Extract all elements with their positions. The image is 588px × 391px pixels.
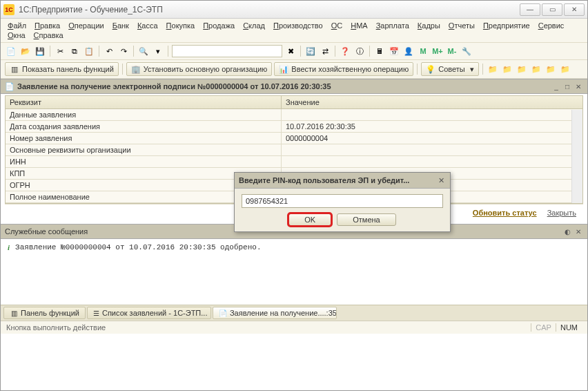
menu-Операции[interactable]: Операции — [68, 21, 104, 30]
menu-Справка[interactable]: Справка — [34, 31, 63, 39]
panel-icon: ▥ — [10, 64, 19, 74]
search-clear-icon[interactable]: ✖ — [284, 45, 297, 57]
cut-icon[interactable]: ✂ — [54, 45, 66, 57]
update-status-link[interactable]: Обновить статус — [473, 209, 537, 217]
ext5-icon[interactable]: 📁 — [545, 63, 557, 75]
document-header: 📄 Заявление на получение электронной под… — [1, 79, 587, 94]
menu-Склад[interactable]: Склад — [243, 21, 265, 30]
close-button[interactable]: ✕ — [564, 3, 585, 16]
mplus-icon[interactable]: M+ — [431, 45, 444, 57]
app-icon: 1C — [3, 4, 14, 15]
paste-icon[interactable]: 📋 — [83, 45, 95, 57]
menu-Продажа[interactable]: Продажа — [203, 21, 235, 30]
calendar-icon[interactable]: 📅 — [388, 45, 400, 57]
copy-icon[interactable]: ⧉ — [68, 45, 81, 57]
undo-icon[interactable]: ↶ — [103, 45, 115, 57]
messages-pin-button[interactable]: ◐ — [562, 227, 572, 236]
messages-close-button[interactable]: ✕ — [574, 227, 583, 236]
user-icon[interactable]: 👤 — [402, 45, 415, 57]
doc-max-button[interactable]: □ — [562, 82, 572, 91]
redo-icon[interactable]: ↷ — [117, 45, 130, 57]
tab-doc[interactable]: 📄Заявление на получение....:35 — [213, 307, 337, 319]
table-row[interactable]: Номер заявления0000000004 — [6, 133, 582, 144]
tabbar: ▥Панель функций ☰Список заявлений - 1С-Э… — [1, 305, 587, 321]
dialog-title: Введите PIN-код пользователя ЭП и убедит… — [239, 176, 436, 184]
mminus-icon[interactable]: M- — [446, 45, 458, 57]
table-row[interactable]: Основные реквизиты организации — [6, 144, 582, 156]
menu-Окна[interactable]: Окна — [8, 31, 26, 39]
menu-Кадры[interactable]: Кадры — [418, 21, 440, 30]
search-input[interactable] — [172, 45, 282, 57]
menu-Касса[interactable]: Касса — [137, 21, 158, 30]
settings-icon[interactable]: 🔧 — [460, 45, 473, 57]
info-icon: i — [8, 243, 10, 301]
cell-value: 0000000004 — [282, 133, 582, 144]
doc-close-button[interactable]: ✕ — [574, 82, 583, 91]
m-icon[interactable]: M — [417, 45, 429, 57]
ext6-icon[interactable]: 📁 — [559, 63, 571, 75]
doc-min-button[interactable]: _ — [551, 82, 561, 91]
close-link[interactable]: Закрыть — [547, 209, 576, 217]
cell-requisite: ИНН — [6, 156, 282, 167]
refresh-icon[interactable]: 🔄 — [304, 45, 317, 57]
pin-input[interactable] — [242, 194, 443, 208]
info-icon[interactable]: ⓘ — [353, 45, 366, 57]
cell-requisite: Данные заявления — [6, 109, 282, 120]
enter-op-button[interactable]: 📊Ввести хозяйственную операцию — [274, 62, 413, 76]
menu-Зарплата[interactable]: Зарплата — [376, 21, 409, 30]
tab-list[interactable]: ☰Список заявлений - 1С-ЭТП... — [87, 307, 211, 319]
ext4-icon[interactable]: 📁 — [530, 63, 542, 75]
pin-dialog: Введите PIN-код пользователя ЭП и убедит… — [234, 172, 451, 232]
toolbar-main: 📄 📂 💾 ✂ ⧉ 📋 ↶ ↷ 🔍 ▾ ✖ 🔄 ⇄ ❓ ⓘ 🖩 📅 👤 M M+… — [1, 43, 587, 60]
num-indicator: NUM — [556, 323, 582, 332]
menu-Файл[interactable]: Файл — [8, 21, 26, 30]
tab-panel[interactable]: ▥Панель функций — [3, 307, 86, 319]
menu-Банк[interactable]: Банк — [112, 21, 129, 30]
menu-Отчеты[interactable]: Отчеты — [449, 21, 475, 30]
set-org-button[interactable]: 🏢Установить основную организацию — [126, 62, 273, 76]
col-requisite[interactable]: Реквизит — [6, 96, 282, 108]
new-icon[interactable]: 📄 — [5, 45, 17, 57]
cell-requisite: Дата создания заявления — [6, 121, 282, 132]
maximize-button[interactable]: ▭ — [542, 3, 562, 16]
tips-button[interactable]: 💡Советы▾ — [421, 62, 478, 76]
statusbar: Кнопка выполнить действие CAP NUM — [1, 321, 587, 334]
calc-icon[interactable]: 🖩 — [373, 45, 386, 57]
menu-Покупка[interactable]: Покупка — [166, 21, 195, 30]
status-hint: Кнопка выполнить действие — [6, 323, 531, 332]
list-icon: ☰ — [93, 309, 99, 317]
save-icon[interactable]: 💾 — [34, 45, 46, 57]
op-icon: 📊 — [279, 64, 288, 74]
menu-Предприятие[interactable]: Предприятие — [483, 21, 530, 30]
cell-value — [282, 109, 582, 120]
minimize-button[interactable]: — — [520, 3, 540, 16]
ext3-icon[interactable]: 📁 — [516, 63, 528, 75]
menu-Производство[interactable]: Производство — [273, 21, 323, 30]
cell-requisite: Номер заявления — [6, 133, 282, 144]
show-panel-button[interactable]: ▥Показать панель функций — [5, 62, 119, 76]
grid-scrollbar[interactable] — [571, 110, 582, 203]
dropdown-icon[interactable]: ▾ — [152, 45, 164, 57]
ext2-icon[interactable]: 📁 — [501, 63, 513, 75]
nav-icon[interactable]: ⇄ — [319, 45, 331, 57]
cancel-button[interactable]: Отмена — [337, 213, 395, 226]
col-value[interactable]: Значение — [282, 96, 582, 108]
ext1-icon[interactable]: 📁 — [487, 63, 499, 75]
messages-body: i Заявление №0000000004 от 10.07.2016 20… — [1, 239, 587, 305]
message-text: Заявление №0000000004 от 10.07.2016 20:3… — [15, 243, 261, 301]
window-title: 1С:Предприятие - Обучение_1С-ЭТП — [19, 5, 520, 15]
menu-ОС[interactable]: ОС — [331, 21, 343, 30]
table-row[interactable]: Дата создания заявления10.07.2016 20:30:… — [6, 121, 582, 133]
ok-button[interactable]: OK — [288, 213, 331, 226]
dialog-close-button[interactable]: ✕ — [436, 175, 446, 185]
zoom-icon[interactable]: 🔍 — [137, 45, 150, 57]
table-row[interactable]: Данные заявления — [6, 109, 582, 121]
menu-Правка[interactable]: Правка — [35, 21, 60, 30]
document-title: Заявление на получение электронной подпи… — [17, 82, 551, 90]
open-icon[interactable]: 📂 — [19, 45, 32, 57]
menu-НМА[interactable]: НМА — [351, 21, 367, 30]
menu-Сервис[interactable]: Сервис — [538, 21, 565, 30]
table-row[interactable]: ИНН — [6, 156, 582, 168]
dialog-titlebar: Введите PIN-код пользователя ЭП и убедит… — [235, 173, 450, 189]
help-icon[interactable]: ❓ — [339, 45, 351, 57]
